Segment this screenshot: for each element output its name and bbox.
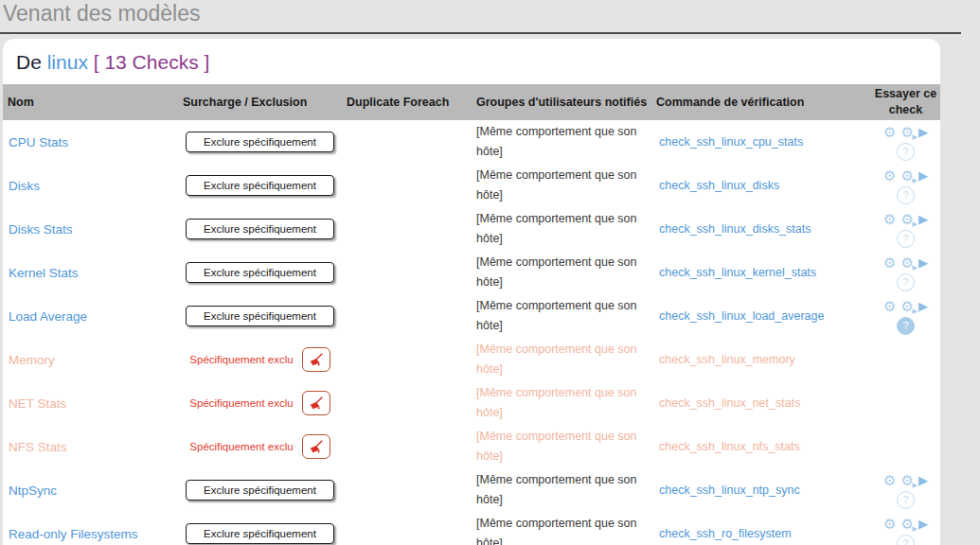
command-cell: check_ssh_linux_kernel_stats (651, 266, 871, 279)
configure-gear-icon[interactable]: ⚙ (883, 299, 896, 313)
override-cell: Spécifiquement exclu (178, 391, 342, 415)
play-icon[interactable]: ▶ (918, 300, 928, 312)
help-icon[interactable]: ? (897, 491, 915, 509)
run-gear-icon[interactable]: ⚙▶ (901, 212, 914, 226)
override-cell: Spécifiquement exclu (178, 347, 342, 372)
command-link[interactable]: check_ssh_ro_filesystem (659, 527, 792, 540)
restore-check-button[interactable] (302, 391, 330, 415)
command-link[interactable]: check_ssh_linux_cpu_stats (659, 135, 803, 149)
check-name-link[interactable]: Disks (9, 179, 40, 193)
help-icon[interactable]: ? (897, 317, 915, 335)
run-gear-icon[interactable]: ⚙▶ (901, 517, 914, 531)
command-link[interactable]: check_ssh_linux_nfs_stats (659, 440, 800, 453)
try-check-cell: ⚙ ⚙▶ ▶ ? (871, 516, 940, 545)
configure-gear-icon[interactable]: ⚙ (883, 473, 896, 487)
table-row: NET Stats Spécifiquement exclu [Même com… (3, 381, 940, 425)
check-name-link[interactable]: Load Average (9, 309, 87, 324)
mini-play-icon: ▶ (913, 177, 918, 184)
command-cell: check_ssh_linux_disks_stats (651, 222, 871, 236)
command-link[interactable]: check_ssh_linux_net_stats (659, 396, 800, 410)
configure-gear-icon[interactable]: ⚙ (883, 517, 896, 531)
play-icon[interactable]: ▶ (918, 256, 928, 269)
broom-icon (308, 352, 325, 367)
exclude-button[interactable]: Exclure spécifiquement (186, 175, 334, 196)
command-link[interactable]: check_ssh_linux_ntp_sync (659, 483, 800, 497)
notified-groups-cell: [Même comportement que son hôte] (472, 164, 651, 207)
broom-icon (308, 396, 325, 411)
check-name-link[interactable]: Read-only Filesystems (9, 527, 138, 541)
command-link[interactable]: check_ssh_linux_memory (659, 353, 795, 366)
table-row: NFS Stats Spécifiquement exclu [Même com… (3, 425, 940, 468)
exclude-button[interactable]: Exclure spécifiquement (186, 480, 334, 501)
help-icon[interactable]: ? (897, 186, 915, 204)
excluded-label: Spécifiquement exclu (189, 397, 293, 409)
check-name-cell: Disks (3, 179, 178, 193)
template-name-link[interactable]: linux (47, 51, 88, 73)
try-check-actions: ⚙ ⚙▶ ▶ ? (883, 211, 928, 248)
help-icon[interactable]: ? (897, 535, 915, 545)
try-check-actions: ⚙ ⚙▶ ▶ ? (883, 124, 928, 161)
command-link[interactable]: check_ssh_linux_load_average (659, 309, 824, 323)
check-name-cell: Load Average (3, 309, 178, 324)
restore-check-button[interactable] (302, 434, 330, 459)
check-name-link[interactable]: Kernel Stats (9, 266, 79, 280)
command-link[interactable]: check_ssh_linux_kernel_stats (659, 266, 816, 279)
exclude-button[interactable]: Exclure spécifiquement (186, 132, 334, 152)
play-icon[interactable]: ▶ (918, 474, 928, 486)
notified-groups-cell: [Même comportement que son hôte] (472, 512, 651, 545)
play-icon[interactable]: ▶ (918, 213, 928, 225)
override-cell: Exclure spécifiquement (178, 175, 342, 196)
check-name-link[interactable]: Disks Stats (9, 222, 73, 237)
run-gear-icon[interactable]: ⚙▶ (901, 168, 914, 183)
restore-check-button[interactable] (302, 347, 330, 372)
exclude-button[interactable]: Exclure spécifiquement (186, 219, 334, 239)
configure-gear-icon[interactable]: ⚙ (883, 168, 896, 183)
play-icon[interactable]: ▶ (918, 518, 928, 530)
command-cell: check_ssh_linux_memory (651, 353, 871, 366)
try-icon-row: ⚙ ⚙▶ ▶ (883, 211, 928, 228)
run-gear-icon[interactable]: ⚙▶ (901, 473, 914, 487)
checks-count: [ 13 Checks ] (94, 51, 210, 73)
command-cell: check_ssh_linux_net_stats (651, 396, 871, 410)
command-link[interactable]: check_ssh_linux_disks (659, 179, 779, 192)
command-cell: check_ssh_linux_cpu_stats (651, 135, 871, 149)
notified-groups-cell: [Même comportement que son hôte] (472, 294, 651, 338)
column-header-groups: Groupes d'utilisateurs notifiés (472, 94, 651, 111)
mini-play-icon: ▶ (913, 308, 918, 314)
try-check-cell: ⚙ ⚙▶ ▶ ? (871, 167, 940, 204)
play-icon[interactable]: ▶ (918, 126, 928, 138)
check-name-link[interactable]: Memory (9, 353, 55, 367)
try-icon-row: ⚙ ⚙▶ ▶ (883, 472, 928, 489)
page-title: Venant des modèles (0, 0, 961, 34)
override-cell: Exclure spécifiquement (178, 480, 342, 501)
check-name-link[interactable]: NFS Stats (9, 440, 67, 454)
configure-gear-icon[interactable]: ⚙ (883, 212, 896, 226)
play-icon[interactable]: ▶ (918, 169, 928, 182)
exclude-button[interactable]: Exclure spécifiquement (186, 523, 334, 544)
panel-heading: De linux [ 13 Checks ] (3, 39, 940, 84)
check-name-link[interactable]: NET Stats (9, 396, 66, 411)
configure-gear-icon[interactable]: ⚙ (883, 255, 896, 270)
try-icon-row: ⚙ ⚙▶ ▶ (883, 516, 928, 533)
check-name-cell: NFS Stats (3, 440, 178, 454)
help-icon[interactable]: ? (897, 230, 915, 248)
help-icon[interactable]: ? (897, 143, 915, 161)
exclude-button[interactable]: Exclure spécifiquement (186, 262, 334, 283)
command-link[interactable]: check_ssh_linux_disks_stats (659, 222, 811, 236)
exclude-button[interactable]: Exclure spécifiquement (186, 306, 334, 326)
check-name-link[interactable]: NtpSync (9, 483, 57, 498)
configure-gear-icon[interactable]: ⚙ (883, 125, 896, 139)
run-gear-icon[interactable]: ⚙▶ (901, 299, 914, 313)
run-gear-icon[interactable]: ⚙▶ (901, 125, 914, 139)
try-check-actions: ⚙ ⚙▶ ▶ ? (883, 255, 928, 291)
run-gear-icon[interactable]: ⚙▶ (901, 255, 914, 270)
check-name-cell: NET Stats (3, 396, 178, 411)
template-checks-panel: De linux [ 13 Checks ] Nom Surcharge / E… (3, 39, 940, 545)
check-name-cell: Memory (3, 353, 178, 367)
broom-icon (308, 439, 325, 454)
try-check-cell: ⚙ ⚙▶ ▶ ? (871, 211, 940, 248)
mini-play-icon: ▶ (913, 482, 918, 488)
check-name-link[interactable]: CPU Stats (9, 135, 68, 149)
checks-table-body: CPU Stats Exclure spécifiquement [Même c… (3, 120, 940, 545)
help-icon[interactable]: ? (897, 273, 915, 291)
